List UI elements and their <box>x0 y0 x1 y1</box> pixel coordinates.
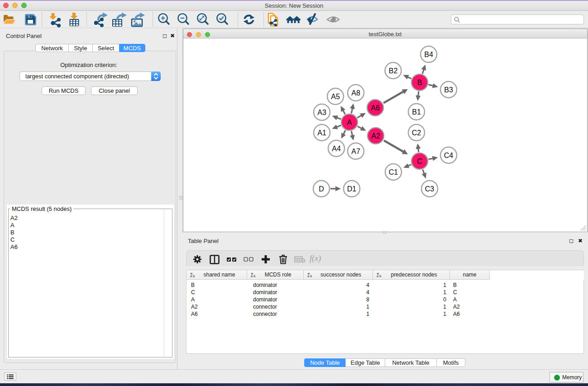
svg-text:C2: C2 <box>412 129 421 137</box>
svg-text:C: C <box>417 157 422 165</box>
svg-text:A8: A8 <box>351 89 360 97</box>
svg-text:D: D <box>319 185 324 193</box>
svg-text:B3: B3 <box>444 86 453 94</box>
svg-text:A7: A7 <box>351 148 360 155</box>
svg-text:B1: B1 <box>412 108 421 116</box>
svg-text:A4: A4 <box>332 145 341 152</box>
svg-text:C4: C4 <box>444 152 454 159</box>
svg-text:A: A <box>347 119 352 126</box>
svg-text:B2: B2 <box>389 67 398 75</box>
svg-text:B4: B4 <box>424 51 433 58</box>
svg-text:B: B <box>417 79 422 86</box>
svg-text:A5: A5 <box>331 93 340 100</box>
svg-text:D1: D1 <box>347 185 357 193</box>
svg-text:A1: A1 <box>317 129 326 137</box>
svg-text:A3: A3 <box>317 109 326 116</box>
svg-text:A2: A2 <box>371 132 380 140</box>
svg-text:C1: C1 <box>389 168 398 176</box>
svg-text:A6: A6 <box>371 104 380 112</box>
svg-text:C3: C3 <box>425 185 435 193</box>
